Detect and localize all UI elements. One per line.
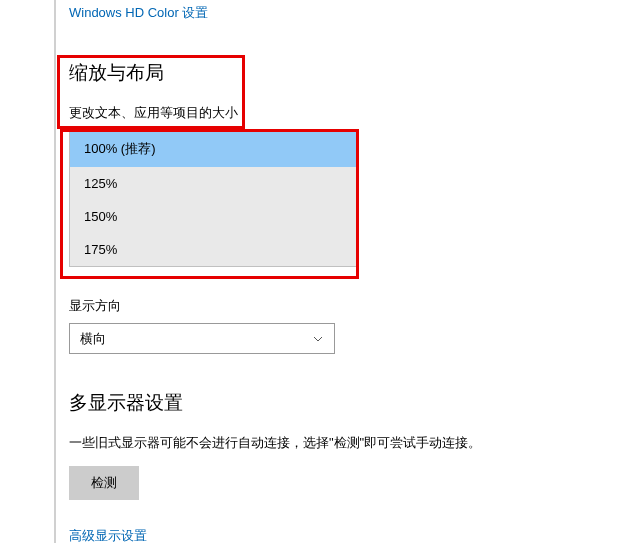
chevron-down-icon: [312, 333, 324, 345]
advanced-display-link[interactable]: 高级显示设置: [69, 527, 147, 543]
orientation-section: 显示方向 横向: [69, 297, 633, 354]
orientation-value: 横向: [80, 330, 106, 348]
scale-label: 更改文本、应用等项目的大小: [69, 104, 633, 122]
scale-option-125[interactable]: 125%: [70, 167, 358, 200]
multi-monitor-section: 多显示器设置 一些旧式显示器可能不会进行自动连接，选择"检测"即可尝试手动连接。…: [69, 390, 633, 526]
multi-monitor-desc: 一些旧式显示器可能不会进行自动连接，选择"检测"即可尝试手动连接。: [69, 434, 633, 452]
orientation-label: 显示方向: [69, 297, 633, 315]
scale-dropdown[interactable]: 100% (推荐) 125% 150% 175%: [69, 130, 359, 267]
scale-option-175[interactable]: 175%: [70, 233, 358, 266]
scale-layout-section: 缩放与布局 更改文本、应用等项目的大小 100% (推荐) 125% 150% …: [69, 60, 633, 267]
hd-color-settings-link[interactable]: Windows HD Color 设置: [69, 4, 208, 22]
scale-option-100[interactable]: 100% (推荐): [70, 131, 358, 167]
multi-monitor-title: 多显示器设置: [69, 390, 633, 416]
scale-layout-title: 缩放与布局: [69, 60, 633, 86]
scale-option-150[interactable]: 150%: [70, 200, 358, 233]
orientation-dropdown[interactable]: 横向: [69, 323, 335, 354]
detect-button[interactable]: 检测: [69, 466, 139, 500]
